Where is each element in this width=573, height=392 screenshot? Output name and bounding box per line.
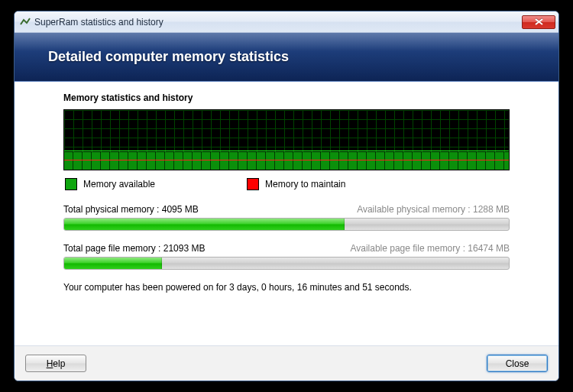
physical-avail-label: Available physical memory : 1288 MB: [357, 204, 510, 215]
legend-maintain: Memory to maintain: [247, 178, 345, 190]
app-icon: [19, 16, 31, 28]
section-title: Memory statistics and history: [63, 92, 510, 103]
memory-history-graph: [63, 109, 510, 170]
physical-labels: Total physical memory : 4095 MB Availabl…: [63, 204, 510, 215]
graph-maintain-line: [64, 160, 509, 160]
close-window-button[interactable]: [522, 15, 555, 29]
pagefile-progress-fill: [64, 258, 162, 269]
legend-maintain-label: Memory to maintain: [265, 179, 345, 190]
uptime-text: Your computer has been powered on for 3 …: [63, 282, 510, 293]
dialog-window: SuperRam statistics and history Detailed…: [14, 11, 559, 381]
footer: Help Close: [15, 345, 558, 381]
swatch-available: [65, 178, 77, 190]
page-title: Detailed computer memory statistics: [48, 49, 289, 65]
pagefile-avail-label: Available page file memory : 16474 MB: [350, 243, 510, 254]
legend: Memory available Memory to maintain: [63, 178, 510, 190]
physical-total-label: Total physical memory : 4095 MB: [63, 204, 199, 215]
physical-progress: [63, 218, 510, 231]
help-button-rest: elp: [53, 358, 65, 369]
close-icon: [535, 18, 543, 25]
pagefile-labels: Total page file memory : 21093 MB Availa…: [63, 243, 510, 254]
pagefile-total-label: Total page file memory : 21093 MB: [63, 243, 205, 254]
pagefile-progress: [63, 257, 510, 270]
physical-progress-fill: [64, 219, 345, 230]
titlebar[interactable]: SuperRam statistics and history: [15, 11, 558, 33]
swatch-maintain: [247, 178, 259, 190]
legend-available: Memory available: [65, 178, 155, 190]
close-button[interactable]: Close: [487, 355, 548, 372]
window-title: SuperRam statistics and history: [34, 17, 522, 28]
legend-available-label: Memory available: [83, 179, 155, 190]
content-area: Memory statistics and history Memory ava…: [15, 82, 558, 345]
help-button[interactable]: Help: [25, 355, 86, 372]
header-banner: Detailed computer memory statistics: [15, 33, 558, 82]
